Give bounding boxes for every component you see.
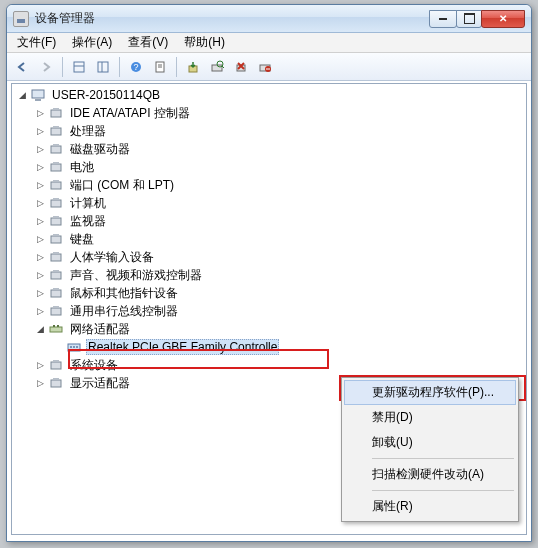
maximize-button[interactable] xyxy=(456,10,482,28)
tree-device-selected[interactable]: Realtek PCIe GBE Family Controlle xyxy=(12,338,526,356)
tree-label: 磁盘驱动器 xyxy=(68,140,132,159)
svg-rect-26 xyxy=(53,144,59,146)
disable-button[interactable] xyxy=(254,56,276,78)
ctx-update-driver[interactable]: 更新驱动程序软件(P)... xyxy=(344,380,516,405)
svg-rect-29 xyxy=(51,182,61,189)
tree-category[interactable]: ▷监视器 xyxy=(12,212,526,230)
svg-rect-0 xyxy=(74,62,84,72)
svg-point-49 xyxy=(70,346,72,348)
device-icon xyxy=(30,87,46,103)
menu-action[interactable]: 操作(A) xyxy=(66,33,118,52)
window-title: 设备管理器 xyxy=(35,10,430,27)
twisty-closed-icon[interactable]: ▷ xyxy=(34,107,46,119)
titlebar[interactable]: 设备管理器 xyxy=(7,5,531,33)
tree-category[interactable]: ▷通用串行总线控制器 xyxy=(12,302,526,320)
svg-rect-31 xyxy=(51,200,61,207)
twisty-closed-icon[interactable]: ▷ xyxy=(34,161,46,173)
tree-label: 通用串行总线控制器 xyxy=(68,302,180,321)
twisty-closed-icon[interactable]: ▷ xyxy=(34,359,46,371)
svg-rect-19 xyxy=(32,90,44,98)
device-icon xyxy=(48,285,64,301)
svg-rect-53 xyxy=(53,360,59,362)
svg-rect-37 xyxy=(51,254,61,261)
device-icon xyxy=(48,195,64,211)
uninstall-button[interactable] xyxy=(230,56,252,78)
device-icon xyxy=(48,357,64,373)
device-icon xyxy=(48,105,64,121)
svg-rect-21 xyxy=(51,110,61,117)
svg-rect-27 xyxy=(51,164,61,171)
twisty-closed-icon[interactable]: ▷ xyxy=(34,251,46,263)
svg-rect-2 xyxy=(98,62,108,72)
scan-hardware-button[interactable] xyxy=(206,56,228,78)
close-button[interactable] xyxy=(481,10,525,28)
device-manager-window: 设备管理器 文件(F) 操作(A) 查看(V) 帮助(H) ? ◢USER-20… xyxy=(6,4,532,542)
tree-category[interactable]: ▷处理器 xyxy=(12,122,526,140)
twisty-closed-icon[interactable]: ▷ xyxy=(34,179,46,191)
tree-label: 监视器 xyxy=(68,212,108,231)
device-icon xyxy=(48,177,64,193)
minimize-button[interactable] xyxy=(429,10,457,28)
tree-category[interactable]: ▷人体学输入设备 xyxy=(12,248,526,266)
menu-help[interactable]: 帮助(H) xyxy=(178,33,231,52)
tree-category[interactable]: ▷系统设备 xyxy=(12,356,526,374)
toolbar: ? xyxy=(7,53,531,81)
ctx-scan[interactable]: 扫描检测硬件改动(A) xyxy=(344,462,516,487)
svg-rect-38 xyxy=(53,252,59,254)
twisty-closed-icon[interactable]: ▷ xyxy=(34,143,46,155)
tree-category[interactable]: ▷计算机 xyxy=(12,194,526,212)
tree-category[interactable]: ▷电池 xyxy=(12,158,526,176)
tree-category[interactable]: ▷端口 (COM 和 LPT) xyxy=(12,176,526,194)
tree-root[interactable]: ◢USER-20150114QB xyxy=(12,86,526,104)
svg-point-50 xyxy=(73,346,75,348)
svg-rect-47 xyxy=(57,325,59,327)
tree-category[interactable]: ▷磁盘驱动器 xyxy=(12,140,526,158)
twisty-open-icon[interactable]: ◢ xyxy=(16,89,28,101)
tree-category[interactable]: ▷鼠标和其他指针设备 xyxy=(12,284,526,302)
app-icon xyxy=(13,11,29,27)
device-icon xyxy=(48,141,64,157)
tree-label: Realtek PCIe GBE Family Controlle xyxy=(86,339,279,355)
svg-rect-10 xyxy=(212,65,222,71)
twisty-closed-icon[interactable]: ▷ xyxy=(34,269,46,281)
properties-button[interactable] xyxy=(149,56,171,78)
twisty-closed-icon[interactable]: ▷ xyxy=(34,125,46,137)
forward-button[interactable] xyxy=(35,56,57,78)
help-button[interactable]: ? xyxy=(125,56,147,78)
svg-rect-39 xyxy=(51,272,61,279)
svg-rect-34 xyxy=(53,216,59,218)
tree-category[interactable]: ▷声音、视频和游戏控制器 xyxy=(12,266,526,284)
svg-rect-46 xyxy=(53,325,55,327)
tree-category[interactable]: ◢网络适配器 xyxy=(12,320,526,338)
svg-rect-41 xyxy=(51,290,61,297)
tree-label: 键盘 xyxy=(68,230,96,249)
svg-rect-44 xyxy=(53,306,59,308)
update-driver-button[interactable] xyxy=(182,56,204,78)
svg-rect-22 xyxy=(53,108,59,110)
svg-rect-35 xyxy=(51,236,61,243)
menu-file[interactable]: 文件(F) xyxy=(11,33,62,52)
twisty-closed-icon[interactable]: ▷ xyxy=(34,233,46,245)
ctx-separator xyxy=(372,490,514,491)
twisty-closed-icon[interactable]: ▷ xyxy=(34,215,46,227)
svg-rect-45 xyxy=(50,327,62,332)
svg-rect-25 xyxy=(51,146,61,153)
twisty-open-icon[interactable]: ◢ xyxy=(34,323,46,335)
ctx-disable[interactable]: 禁用(D) xyxy=(344,405,516,430)
tree-label: 鼠标和其他指针设备 xyxy=(68,284,180,303)
tree-label: 人体学输入设备 xyxy=(68,248,156,267)
twisty-closed-icon[interactable]: ▷ xyxy=(34,305,46,317)
twisty-closed-icon[interactable]: ▷ xyxy=(34,197,46,209)
svg-point-51 xyxy=(76,346,78,348)
twisty-closed-icon[interactable]: ▷ xyxy=(34,287,46,299)
menu-view[interactable]: 查看(V) xyxy=(122,33,174,52)
ctx-uninstall[interactable]: 卸载(U) xyxy=(344,430,516,455)
svg-rect-28 xyxy=(53,162,59,164)
view-button-1[interactable] xyxy=(68,56,90,78)
ctx-properties[interactable]: 属性(R) xyxy=(344,494,516,519)
tree-category[interactable]: ▷IDE ATA/ATAPI 控制器 xyxy=(12,104,526,122)
view-button-2[interactable] xyxy=(92,56,114,78)
back-button[interactable] xyxy=(11,56,33,78)
tree-category[interactable]: ▷键盘 xyxy=(12,230,526,248)
twisty-closed-icon[interactable]: ▷ xyxy=(34,377,46,389)
